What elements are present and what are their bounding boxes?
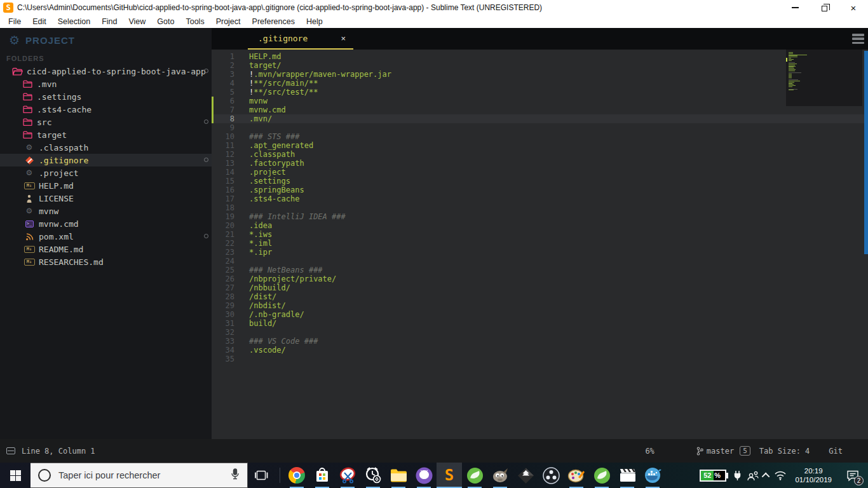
wifi-icon[interactable]: [774, 470, 787, 480]
tab-size[interactable]: Tab Size: 4: [759, 447, 810, 456]
menu-preferences[interactable]: Preferences: [247, 15, 301, 28]
editor-line-16[interactable]: 16.springBeans: [212, 186, 868, 194]
battery-indicator[interactable]: 52 %: [700, 470, 728, 482]
menu-tools[interactable]: Tools: [180, 15, 210, 28]
taskbar-app-spring-boot[interactable]: [589, 463, 614, 488]
sidebar-item-license[interactable]: LICENSE: [0, 192, 212, 205]
tab-close-icon[interactable]: ×: [341, 34, 346, 43]
sidebar-item-pom-xml[interactable]: pom.xml: [0, 230, 212, 243]
editor-line-29[interactable]: 29/nbdist/: [212, 301, 868, 310]
editor-line-33[interactable]: 33### VS Code ###: [212, 337, 868, 346]
search-box[interactable]: Taper ici pour rechercher: [31, 463, 248, 488]
editor-line-21[interactable]: 21*.iws: [212, 230, 868, 239]
editor-line-2[interactable]: 2target/: [212, 61, 868, 70]
git-branch[interactable]: master 5: [696, 446, 750, 456]
taskbar-app-obs-studio[interactable]: [538, 463, 564, 488]
editor-line-8[interactable]: 8.mvn/: [212, 114, 868, 123]
taskbar-app-chrome[interactable]: [284, 463, 309, 488]
editor-line-30[interactable]: 30/.nb-gradle/: [212, 310, 868, 319]
editor-line-17[interactable]: 17.sts4-cache: [212, 194, 868, 203]
editor-line-11[interactable]: 11.apt_generated: [212, 141, 868, 150]
sidebar-item--mvn[interactable]: .mvn: [0, 78, 212, 90]
taskbar-app-sublime-text[interactable]: S: [437, 463, 462, 488]
editor-line-6[interactable]: 6mvnw: [212, 97, 868, 105]
menu-project[interactable]: Project: [210, 15, 247, 28]
editor-line-28[interactable]: 28/dist/: [212, 292, 868, 301]
hidden-icons-chevron[interactable]: [764, 473, 770, 478]
editor-line-10[interactable]: 10### STS ###: [212, 132, 868, 141]
taskbar-app-store[interactable]: [309, 463, 335, 488]
menu-file[interactable]: File: [3, 15, 27, 28]
editor-line-34[interactable]: 34.vscode/: [212, 346, 868, 355]
sidebar-item-researches-md[interactable]: M↓RESEARCHES.md: [0, 255, 212, 268]
editor-line-22[interactable]: 22*.iml: [212, 239, 868, 248]
editor-line-35[interactable]: 35: [212, 355, 868, 363]
editor-line-32[interactable]: 32: [212, 328, 868, 337]
code-editor[interactable]: 1HELP.md2target/3!.mvn/wrapper/maven-wra…: [212, 50, 868, 439]
menu-view[interactable]: View: [123, 15, 151, 28]
editor-line-13[interactable]: 13.factorypath: [212, 159, 868, 168]
editor-line-12[interactable]: 12.classpath: [212, 150, 868, 159]
menu-help[interactable]: Help: [301, 15, 329, 28]
editor-line-23[interactable]: 23*.ipr: [212, 248, 868, 257]
sidebar-item-mvnw-cmd[interactable]: >_mvnw.cmd: [0, 217, 212, 230]
sidebar-item-readme-md[interactable]: M↓README.md: [0, 243, 212, 255]
editor-line-7[interactable]: 7mvnw.cmd: [212, 105, 868, 114]
editor-line-15[interactable]: 15.settings: [212, 177, 868, 186]
taskbar-app-github-desktop[interactable]: [411, 463, 437, 488]
taskbar-app-alarms-clock[interactable]: [360, 463, 386, 488]
sidebar-item--project[interactable]: ⚙.project: [0, 166, 212, 179]
editor-line-14[interactable]: 14.project: [212, 168, 868, 177]
taskbar-app-snipping-tool[interactable]: [335, 463, 360, 488]
editor-line-24[interactable]: 24: [212, 257, 868, 266]
panel-toggle-icon[interactable]: [6, 447, 15, 454]
editor-line-19[interactable]: 19### IntelliJ IDEA ###: [212, 212, 868, 221]
editor-line-20[interactable]: 20.idea: [212, 221, 868, 230]
taskbar-app-spring-tool-suite[interactable]: [462, 463, 487, 488]
scrollbar[interactable]: [864, 51, 868, 254]
action-center-button[interactable]: 2: [840, 463, 865, 488]
menu-selection[interactable]: Selection: [52, 15, 96, 28]
minimize-button[interactable]: [780, 0, 810, 15]
syntax-selector[interactable]: Git: [829, 447, 843, 456]
tab-gitignore[interactable]: .gitignore ×: [248, 28, 353, 50]
taskbar-app-inkscape[interactable]: [513, 463, 538, 488]
editor-line-1[interactable]: 1HELP.md: [212, 52, 868, 61]
restore-button[interactable]: [810, 0, 839, 15]
menu-goto[interactable]: Goto: [151, 15, 180, 28]
sidebar-item-target[interactable]: target: [0, 128, 212, 141]
power-plug-icon[interactable]: [733, 470, 742, 481]
sidebar-item-src[interactable]: src: [0, 116, 212, 128]
taskbar-app-docker[interactable]: [640, 463, 665, 488]
editor-line-27[interactable]: 27/nbbuild/: [212, 283, 868, 292]
menu-find[interactable]: Find: [96, 15, 123, 28]
taskbar-app-paint[interactable]: [564, 463, 589, 488]
sidebar-item-cicd-applied-to-spring-boot-java-app[interactable]: cicd-applied-to-spring-boot-java-app: [0, 65, 212, 78]
start-button[interactable]: [0, 463, 31, 488]
microphone-icon[interactable]: [231, 468, 240, 482]
taskbar-app-file-explorer[interactable]: [386, 463, 411, 488]
editor-line-31[interactable]: 31build/: [212, 319, 868, 328]
sidebar-item--classpath[interactable]: ⚙.classpath: [0, 141, 212, 154]
taskbar-app-gimp[interactable]: [487, 463, 513, 488]
menu-edit[interactable]: Edit: [27, 15, 52, 28]
sidebar-item--gitignore[interactable]: .gitignore: [0, 154, 212, 166]
editor-line-18[interactable]: 18: [212, 203, 868, 212]
taskbar-app-video-editor[interactable]: [614, 463, 640, 488]
minimap[interactable]: [786, 50, 862, 106]
editor-line-26[interactable]: 26/nbproject/private/: [212, 274, 868, 283]
editor-line-4[interactable]: 4!**/src/main/**: [212, 79, 868, 88]
sidebar-item-mvnw[interactable]: ⚙mvnw: [0, 205, 212, 217]
sidebar-item--settings[interactable]: .settings: [0, 90, 212, 103]
cursor-position[interactable]: Line 8, Column 1: [22, 447, 95, 456]
editor-line-9[interactable]: 9: [212, 123, 868, 132]
sidebar-item--sts4-cache[interactable]: .sts4-cache: [0, 103, 212, 116]
close-button[interactable]: ×: [839, 0, 868, 15]
editor-line-5[interactable]: 5!**/src/test/**: [212, 88, 868, 97]
clock[interactable]: 20:19 01/10/2019: [791, 466, 836, 484]
task-view-button[interactable]: [248, 463, 276, 488]
editor-line-25[interactable]: 25### NetBeans ###: [212, 266, 868, 274]
people-icon[interactable]: [747, 470, 759, 481]
sidebar-item-help-md[interactable]: M↓HELP.md: [0, 179, 212, 192]
editor-line-3[interactable]: 3!.mvn/wrapper/maven-wrapper.jar: [212, 70, 868, 79]
